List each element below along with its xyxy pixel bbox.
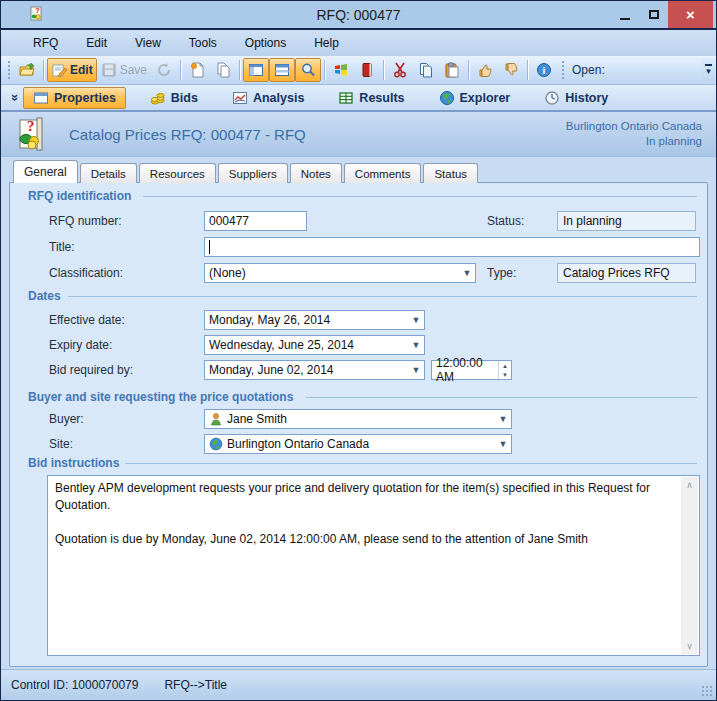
section-rule	[125, 463, 697, 464]
spin-up-icon[interactable]: ▲	[499, 361, 511, 370]
type-label: Type:	[487, 266, 516, 280]
collapse-chevrons-icon[interactable]: »	[8, 90, 23, 106]
expiry-date-label: Expiry date:	[49, 338, 112, 352]
tab-resources[interactable]: Resources	[139, 163, 216, 183]
windows-button[interactable]	[328, 58, 354, 82]
bid-required-time-spinner[interactable]: 12:00:00 AM ▲ ▼	[431, 360, 512, 380]
refresh-button[interactable]	[151, 58, 177, 82]
classification-combobox[interactable]: (None) ▼	[204, 263, 476, 283]
menu-tools[interactable]: Tools	[177, 33, 229, 53]
reject-button[interactable]	[498, 58, 524, 82]
nav-bids[interactable]: Bids	[140, 87, 208, 109]
rfq-number-input[interactable]	[204, 211, 307, 231]
app-window: ? RFQ: 000477 × RFQ Edit View Tools Opti…	[0, 0, 717, 701]
buyer-value: Jane Smith	[227, 412, 495, 426]
field-context-text: RFQ-->Title	[164, 678, 227, 692]
toolbar-grip[interactable]	[560, 61, 565, 79]
thumbs-down-icon	[503, 62, 519, 78]
menu-help[interactable]: Help	[302, 33, 351, 53]
nav-results[interactable]: Results	[328, 87, 414, 109]
globe-icon	[209, 437, 223, 451]
tab-notes[interactable]: Notes	[290, 163, 342, 183]
open-folder-button[interactable]	[14, 58, 40, 82]
maximize-icon	[649, 10, 659, 19]
toolbar-separator	[180, 60, 181, 80]
copy-button[interactable]	[413, 58, 439, 82]
red-book-button[interactable]	[354, 58, 380, 82]
new-document-button[interactable]	[184, 58, 210, 82]
properties-icon	[33, 90, 49, 106]
menu-edit[interactable]: Edit	[74, 33, 119, 53]
open-label: Open:	[572, 63, 605, 77]
paste-button[interactable]	[439, 58, 465, 82]
approve-button[interactable]	[472, 58, 498, 82]
resize-grip[interactable]	[701, 685, 713, 697]
title-input[interactable]	[204, 237, 700, 257]
expiry-date-picker[interactable]: Wednesday, June 25, 2014 ▼	[204, 335, 425, 355]
nav-analysis[interactable]: Analysis	[222, 87, 314, 109]
tab-general[interactable]: General	[13, 160, 78, 183]
tab-details[interactable]: Details	[80, 163, 137, 183]
menu-rfq[interactable]: RFQ	[21, 33, 70, 53]
layout-left-panel-button[interactable]	[243, 58, 269, 82]
section-dates: Dates	[28, 289, 61, 303]
bid-required-time-value: 12:00:00 AM	[436, 356, 498, 384]
section-rule	[143, 196, 697, 197]
effective-date-picker[interactable]: Monday, May 26, 2014 ▼	[204, 310, 425, 330]
window-title: RFQ: 000477	[1, 7, 716, 23]
section-rule	[68, 296, 697, 297]
toolbar-separator	[383, 60, 384, 80]
analysis-chart-icon	[232, 90, 248, 106]
edit-icon	[51, 62, 67, 78]
control-id-text: Control ID: 1000070079	[11, 678, 138, 692]
effective-date-label: Effective date:	[49, 313, 125, 327]
properties-content: General Details Resources Suppliers Note…	[9, 159, 708, 667]
tab-suppliers[interactable]: Suppliers	[218, 163, 288, 183]
menu-view[interactable]: View	[123, 33, 173, 53]
save-button[interactable]: Save	[97, 58, 151, 82]
refresh-icon	[156, 62, 172, 78]
bid-instructions-textarea[interactable]: Bentley APM development requests your pr…	[47, 475, 700, 656]
bid-required-date-picker[interactable]: Monday, June 02, 2014 ▼	[204, 360, 425, 380]
svg-text:?: ?	[27, 118, 35, 134]
rfq-document-icon: ?	[15, 116, 45, 152]
section-rule	[306, 397, 697, 398]
duplicate-document-button[interactable]	[210, 58, 236, 82]
scroll-down-icon[interactable]: ∨	[686, 638, 693, 654]
nav-history[interactable]: History	[534, 87, 618, 109]
toolbar-grip[interactable]	[6, 61, 11, 79]
tab-status[interactable]: Status	[423, 163, 478, 183]
status-label: Status:	[487, 214, 524, 228]
bid-required-date-value: Monday, June 02, 2014	[209, 363, 408, 377]
nav-properties[interactable]: Properties	[23, 87, 126, 109]
dropdown-arrow-icon: ▼	[459, 264, 475, 282]
toolbar-separator	[324, 60, 325, 80]
nav-analysis-label: Analysis	[253, 91, 304, 105]
maximize-button[interactable]	[639, 1, 668, 28]
red-book-icon	[359, 62, 375, 78]
chevron-down-icon: ▼	[705, 67, 713, 76]
layout-left-panel-icon	[248, 62, 264, 78]
spin-down-icon[interactable]: ▼	[499, 370, 511, 379]
tab-comments[interactable]: Comments	[344, 163, 422, 183]
save-icon	[101, 62, 117, 78]
scroll-up-icon[interactable]: ∧	[686, 477, 693, 493]
edit-button[interactable]: Edit	[47, 58, 97, 82]
nav-explorer-label: Explorer	[460, 91, 511, 105]
zoom-button[interactable]	[295, 58, 321, 82]
text-caret	[209, 240, 210, 254]
cut-button[interactable]	[387, 58, 413, 82]
toolbar-overflow-button[interactable]: ▼	[702, 58, 715, 82]
minimize-button[interactable]	[610, 1, 639, 28]
site-combobox[interactable]: Burlington Ontario Canada ▼	[204, 434, 512, 454]
nav-explorer[interactable]: Explorer	[429, 87, 521, 109]
minimize-icon	[620, 18, 630, 20]
layout-rows-button[interactable]	[269, 58, 295, 82]
info-button[interactable]: i	[531, 58, 557, 82]
buyer-label: Buyer:	[49, 412, 84, 426]
buyer-combobox[interactable]: Jane Smith ▼	[204, 409, 512, 429]
vertical-scrollbar[interactable]: ∧ ∨	[681, 477, 698, 654]
nav-history-label: History	[565, 91, 608, 105]
menu-options[interactable]: Options	[233, 33, 298, 53]
close-button[interactable]: ×	[668, 1, 713, 28]
